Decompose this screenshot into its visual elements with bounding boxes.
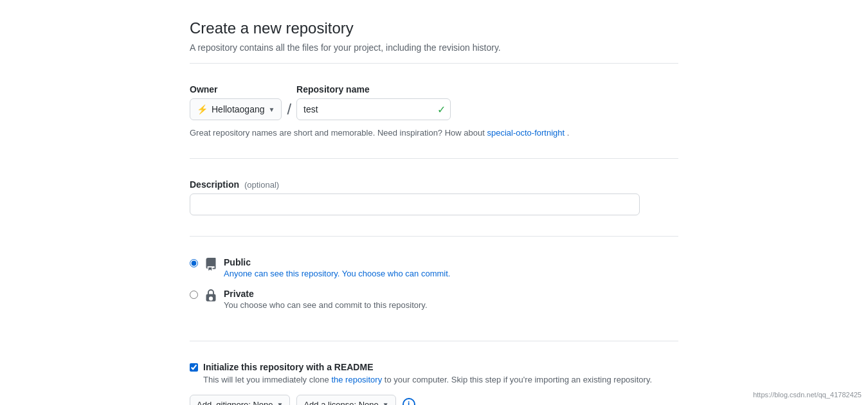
owner-field-group: Owner ⚡ Hellotaogang ▼ bbox=[190, 84, 282, 120]
addon-row: Add .gitignore: None ▼ Add a license: No… bbox=[190, 395, 678, 405]
owner-select[interactable]: ⚡ Hellotaogang ▼ bbox=[190, 98, 282, 120]
description-section: Description (optional) bbox=[190, 169, 678, 226]
initialize-link[interactable]: the repository bbox=[331, 375, 382, 384]
public-radio[interactable] bbox=[190, 259, 198, 267]
gitignore-select[interactable]: Add .gitignore: None ▼ bbox=[190, 395, 290, 405]
page-container: Create a new repository A repository con… bbox=[177, 0, 691, 405]
slash-separator: / bbox=[282, 98, 296, 120]
repo-name-field-group: Repository name ✓ bbox=[296, 84, 451, 120]
owner-value: Hellotaogang bbox=[212, 104, 265, 114]
visibility-section: Public Anyone can see this repository. Y… bbox=[190, 247, 678, 330]
public-desc: Anyone can see this repository. You choo… bbox=[224, 269, 450, 278]
initialize-option: Initialize this repository with a README… bbox=[190, 362, 678, 384]
initialize-content: Initialize this repository with a README… bbox=[203, 362, 652, 384]
private-desc: You choose who can see and commit to thi… bbox=[224, 300, 428, 310]
divider-top bbox=[190, 63, 678, 64]
license-label: Add a license: None bbox=[303, 400, 378, 406]
name-suggestion-link[interactable]: special-octo-fortnight bbox=[487, 128, 566, 138]
private-option[interactable]: Private You choose who can see and commi… bbox=[190, 289, 678, 310]
initialize-checkbox[interactable] bbox=[190, 363, 198, 372]
repo-name-input-container: ✓ bbox=[296, 98, 451, 120]
owner-repo-row: Owner ⚡ Hellotaogang ▼ / Repository name… bbox=[190, 84, 678, 120]
owner-chevron-icon: ▼ bbox=[269, 106, 275, 113]
checkmark-icon: ✓ bbox=[437, 104, 446, 116]
initialize-label[interactable]: Initialize this repository with a README bbox=[203, 362, 373, 372]
private-label[interactable]: Private bbox=[224, 289, 428, 299]
gitignore-label: Add .gitignore: None bbox=[197, 400, 273, 406]
gitignore-chevron-icon: ▼ bbox=[277, 401, 284, 406]
page-subtitle: A repository contains all the files for … bbox=[190, 42, 678, 53]
private-radio[interactable] bbox=[190, 291, 198, 299]
repo-private-icon bbox=[204, 289, 217, 305]
license-chevron-icon: ▼ bbox=[383, 401, 389, 406]
public-label[interactable]: Public bbox=[224, 257, 450, 267]
description-optional: (optional) bbox=[244, 180, 279, 190]
info-icon[interactable]: i bbox=[402, 398, 415, 405]
repo-name-label: Repository name bbox=[296, 84, 451, 94]
form-wrapper: Owner ⚡ Hellotaogang ▼ / Repository name… bbox=[190, 74, 678, 405]
public-content: Public Anyone can see this repository. Y… bbox=[224, 257, 450, 278]
divider-visibility bbox=[190, 236, 678, 237]
private-content: Private You choose who can see and commi… bbox=[224, 289, 428, 310]
license-select[interactable]: Add a license: None ▼ bbox=[296, 395, 395, 405]
page-title: Create a new repository bbox=[190, 19, 678, 37]
owner-repo-section: Owner ⚡ Hellotaogang ▼ / Repository name… bbox=[190, 74, 678, 148]
initialize-desc: This will let you immediately clone the … bbox=[203, 375, 652, 384]
octocat-icon: ⚡ bbox=[197, 104, 208, 114]
owner-label: Owner bbox=[190, 84, 282, 94]
divider-initialize bbox=[190, 341, 678, 341]
description-input[interactable] bbox=[190, 194, 640, 215]
description-label: Description (optional) bbox=[190, 179, 279, 190]
watermark: https://blog.csdn.net/qq_41782425 bbox=[753, 391, 862, 399]
initialize-section: Initialize this repository with a README… bbox=[190, 352, 678, 405]
divider-description bbox=[190, 158, 678, 159]
repo-name-input[interactable] bbox=[296, 98, 451, 120]
name-suggestion: Great repository names are short and mem… bbox=[190, 128, 678, 138]
public-option[interactable]: Public Anyone can see this repository. Y… bbox=[190, 257, 678, 278]
repo-public-icon bbox=[204, 258, 217, 274]
